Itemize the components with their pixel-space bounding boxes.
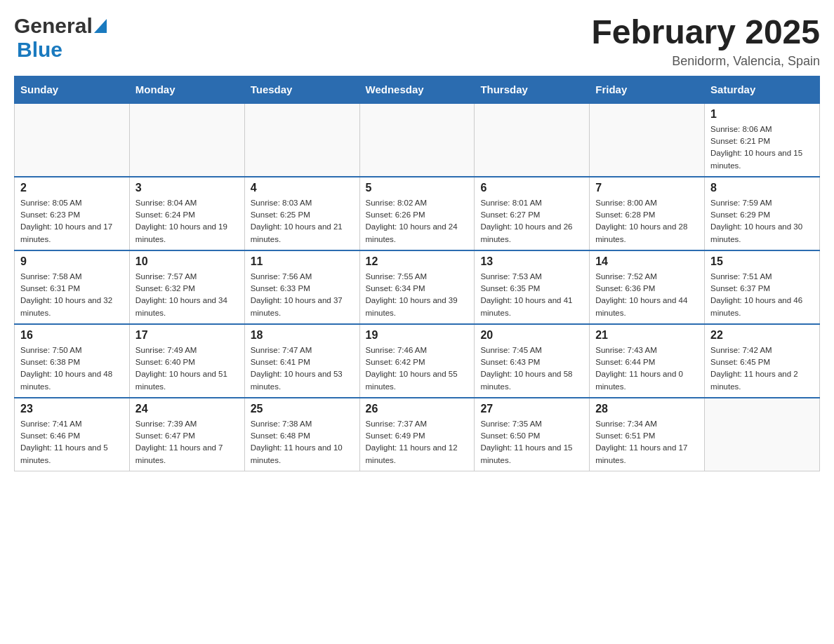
calendar-week-1: 1Sunrise: 8:06 AMSunset: 6:21 PMDaylight…	[15, 103, 820, 177]
calendar-cell: 9Sunrise: 7:58 AMSunset: 6:31 PMDaylight…	[15, 250, 130, 324]
calendar-cell: 13Sunrise: 7:53 AMSunset: 6:35 PMDayligh…	[475, 250, 590, 324]
calendar-cell: 2Sunrise: 8:05 AMSunset: 6:23 PMDaylight…	[15, 177, 130, 250]
day-info: Sunrise: 7:38 AMSunset: 6:48 PMDaylight:…	[251, 418, 354, 467]
calendar-cell: 18Sunrise: 7:47 AMSunset: 6:41 PMDayligh…	[244, 324, 359, 398]
day-info: Sunrise: 7:39 AMSunset: 6:47 PMDaylight:…	[135, 418, 239, 467]
day-number: 17	[135, 329, 239, 342]
day-info: Sunrise: 7:41 AMSunset: 6:46 PMDaylight:…	[20, 418, 124, 467]
day-number: 21	[595, 329, 699, 342]
day-info: Sunrise: 7:43 AMSunset: 6:44 PMDaylight:…	[595, 344, 699, 393]
day-info: Sunrise: 7:56 AMSunset: 6:33 PMDaylight:…	[251, 271, 354, 319]
calendar-cell: 8Sunrise: 7:59 AMSunset: 6:29 PMDaylight…	[705, 177, 820, 250]
page-header: General Blue February 2025 Benidorm, Val…	[14, 14, 820, 69]
calendar-cell: 15Sunrise: 7:51 AMSunset: 6:37 PMDayligh…	[705, 250, 820, 324]
calendar-cell: 11Sunrise: 7:56 AMSunset: 6:33 PMDayligh…	[244, 250, 359, 324]
weekday-header-saturday: Saturday	[705, 76, 820, 103]
calendar-cell	[15, 103, 130, 177]
weekday-header-friday: Friday	[590, 76, 705, 103]
calendar-week-4: 16Sunrise: 7:50 AMSunset: 6:38 PMDayligh…	[15, 324, 820, 398]
day-number: 18	[251, 329, 354, 342]
day-number: 15	[710, 255, 814, 268]
calendar-cell	[590, 103, 705, 177]
day-info: Sunrise: 8:02 AMSunset: 6:26 PMDaylight:…	[366, 197, 469, 246]
day-number: 11	[251, 255, 354, 268]
day-info: Sunrise: 7:57 AMSunset: 6:32 PMDaylight:…	[135, 271, 239, 319]
logo: General Blue	[14, 14, 107, 62]
svg-marker-0	[94, 19, 107, 33]
day-info: Sunrise: 7:37 AMSunset: 6:49 PMDaylight:…	[366, 418, 469, 467]
calendar-cell: 24Sunrise: 7:39 AMSunset: 6:47 PMDayligh…	[129, 398, 244, 471]
day-info: Sunrise: 7:35 AMSunset: 6:50 PMDaylight:…	[480, 418, 583, 467]
calendar-week-3: 9Sunrise: 7:58 AMSunset: 6:31 PMDaylight…	[15, 250, 820, 324]
day-number: 23	[20, 403, 124, 415]
day-number: 5	[366, 182, 469, 194]
calendar-cell	[244, 103, 359, 177]
day-number: 4	[251, 182, 354, 194]
day-info: Sunrise: 7:52 AMSunset: 6:36 PMDaylight:…	[595, 271, 699, 319]
calendar-cell: 5Sunrise: 8:02 AMSunset: 6:26 PMDaylight…	[359, 177, 475, 250]
calendar-cell: 28Sunrise: 7:34 AMSunset: 6:51 PMDayligh…	[590, 398, 705, 471]
calendar-cell: 27Sunrise: 7:35 AMSunset: 6:50 PMDayligh…	[475, 398, 590, 471]
day-number: 19	[366, 329, 469, 342]
day-info: Sunrise: 8:00 AMSunset: 6:28 PMDaylight:…	[595, 197, 699, 246]
day-info: Sunrise: 8:05 AMSunset: 6:23 PMDaylight:…	[20, 197, 124, 246]
weekday-header-tuesday: Tuesday	[244, 76, 359, 103]
logo-blue-text: Blue	[17, 38, 62, 61]
month-title: February 2025	[591, 14, 820, 51]
day-number: 13	[480, 255, 583, 268]
logo-triangle-icon	[94, 19, 107, 33]
day-info: Sunrise: 7:53 AMSunset: 6:35 PMDaylight:…	[480, 271, 583, 319]
calendar-week-2: 2Sunrise: 8:05 AMSunset: 6:23 PMDaylight…	[15, 177, 820, 250]
calendar-header: SundayMondayTuesdayWednesdayThursdayFrid…	[15, 76, 820, 103]
day-number: 24	[135, 403, 239, 415]
calendar-cell	[475, 103, 590, 177]
calendar-cell: 1Sunrise: 8:06 AMSunset: 6:21 PMDaylight…	[705, 103, 820, 177]
day-info: Sunrise: 8:01 AMSunset: 6:27 PMDaylight:…	[480, 197, 583, 246]
day-number: 22	[710, 329, 814, 342]
day-number: 14	[595, 255, 699, 268]
calendar-cell: 23Sunrise: 7:41 AMSunset: 6:46 PMDayligh…	[15, 398, 130, 471]
day-number: 7	[595, 182, 699, 194]
day-info: Sunrise: 7:47 AMSunset: 6:41 PMDaylight:…	[251, 344, 354, 393]
day-number: 12	[366, 255, 469, 268]
day-number: 3	[135, 182, 239, 194]
calendar-cell: 12Sunrise: 7:55 AMSunset: 6:34 PMDayligh…	[359, 250, 475, 324]
calendar-cell: 25Sunrise: 7:38 AMSunset: 6:48 PMDayligh…	[244, 398, 359, 471]
calendar-cell: 14Sunrise: 7:52 AMSunset: 6:36 PMDayligh…	[590, 250, 705, 324]
day-info: Sunrise: 8:06 AMSunset: 6:21 PMDaylight:…	[710, 123, 814, 172]
weekday-header-thursday: Thursday	[475, 76, 590, 103]
day-number: 25	[251, 403, 354, 415]
calendar-table: SundayMondayTuesdayWednesdayThursdayFrid…	[14, 76, 820, 471]
title-section: February 2025 Benidorm, Valencia, Spain	[591, 14, 820, 69]
calendar-cell: 10Sunrise: 7:57 AMSunset: 6:32 PMDayligh…	[129, 250, 244, 324]
day-info: Sunrise: 7:34 AMSunset: 6:51 PMDaylight:…	[595, 418, 699, 467]
calendar-cell	[129, 103, 244, 177]
day-info: Sunrise: 7:49 AMSunset: 6:40 PMDaylight:…	[135, 344, 239, 393]
calendar-cell: 3Sunrise: 8:04 AMSunset: 6:24 PMDaylight…	[129, 177, 244, 250]
day-info: Sunrise: 7:46 AMSunset: 6:42 PMDaylight:…	[366, 344, 469, 393]
calendar-cell: 17Sunrise: 7:49 AMSunset: 6:40 PMDayligh…	[129, 324, 244, 398]
calendar-week-5: 23Sunrise: 7:41 AMSunset: 6:46 PMDayligh…	[15, 398, 820, 471]
day-number: 20	[480, 329, 583, 342]
day-number: 26	[366, 403, 469, 415]
day-number: 28	[595, 403, 699, 415]
day-info: Sunrise: 7:50 AMSunset: 6:38 PMDaylight:…	[20, 344, 124, 393]
location-text: Benidorm, Valencia, Spain	[591, 54, 820, 69]
day-number: 27	[480, 403, 583, 415]
day-info: Sunrise: 7:51 AMSunset: 6:37 PMDaylight:…	[710, 271, 814, 319]
day-info: Sunrise: 7:55 AMSunset: 6:34 PMDaylight:…	[366, 271, 469, 319]
day-info: Sunrise: 7:59 AMSunset: 6:29 PMDaylight:…	[710, 197, 814, 246]
day-number: 8	[710, 182, 814, 194]
day-number: 2	[20, 182, 124, 194]
day-number: 6	[480, 182, 583, 194]
day-number: 1	[710, 108, 814, 121]
day-number: 10	[135, 255, 239, 268]
day-info: Sunrise: 7:42 AMSunset: 6:45 PMDaylight:…	[710, 344, 814, 393]
day-info: Sunrise: 8:04 AMSunset: 6:24 PMDaylight:…	[135, 197, 239, 246]
calendar-cell: 26Sunrise: 7:37 AMSunset: 6:49 PMDayligh…	[359, 398, 475, 471]
calendar-body: 1Sunrise: 8:06 AMSunset: 6:21 PMDaylight…	[15, 103, 820, 471]
calendar-cell: 22Sunrise: 7:42 AMSunset: 6:45 PMDayligh…	[705, 324, 820, 398]
logo-general-text: General	[14, 14, 93, 38]
calendar-cell: 6Sunrise: 8:01 AMSunset: 6:27 PMDaylight…	[475, 177, 590, 250]
calendar-cell	[705, 398, 820, 471]
